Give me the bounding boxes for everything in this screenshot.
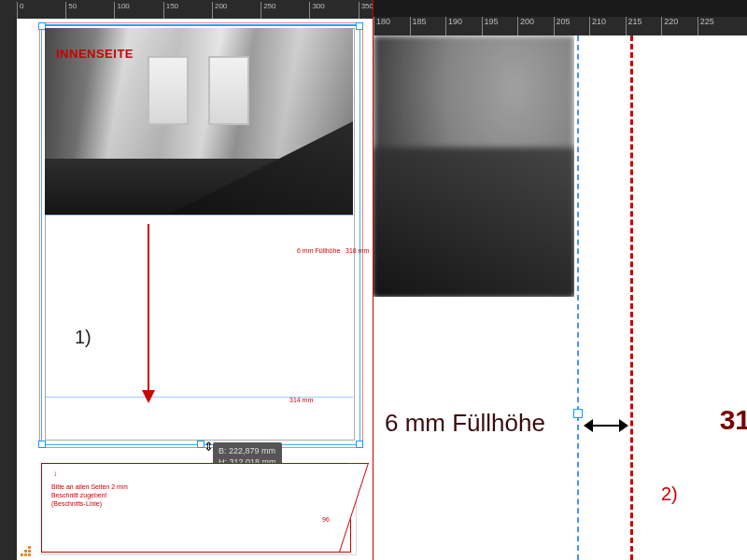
ruler-tick: 215 <box>626 17 659 35</box>
ruler-tick: 200 <box>212 2 259 19</box>
innenseite-label: INNENSEITE <box>56 47 134 61</box>
app-corner-icon <box>19 545 32 558</box>
right-ruler-horizontal[interactable]: 180 185 190 195 200 205 210 215 220 225 … <box>374 17 747 35</box>
dieline-arrow-icon: ↓ <box>53 469 57 478</box>
dieline-note-line: (Beschnitts-Linie) <box>51 499 128 508</box>
dieline-note-line: Beschnitt zugeben! <box>51 491 128 499</box>
left-ruler-vertical[interactable] <box>0 19 17 560</box>
annotation-marker-1: 1) <box>75 327 92 348</box>
image-content <box>374 147 574 297</box>
right-titlebar <box>374 0 747 17</box>
image-content <box>148 56 189 125</box>
placed-image[interactable]: INNENSEITE <box>45 28 353 215</box>
dieline-note-line: Bitte an allen Seiten 2 mm <box>51 483 128 491</box>
dieline-sheet: ↓ Bitte an allen Seiten 2 mm Beschnitt z… <box>41 463 351 553</box>
right-canvas[interactable]: 6 mm Füllhöhe 31 2) <box>374 35 747 560</box>
ruler-tick: 210 <box>589 17 623 35</box>
placed-image-zoom[interactable] <box>374 35 574 297</box>
cut-number-31: 31 <box>720 404 747 436</box>
annotation-arrow-down <box>148 224 149 401</box>
right-zoom-panel: 180 185 190 195 200 205 210 215 220 225 … <box>374 0 747 560</box>
left-editor-view: 0 50 100 150 200 250 300 350 INNENSEITE <box>0 0 374 560</box>
page-edge-guide[interactable] <box>577 35 579 560</box>
ruler-tick: 205 <box>554 17 587 35</box>
ruler-tick: 185 <box>410 17 444 35</box>
dimension-width: B: 222,879 mm <box>218 445 276 456</box>
ruler-tick: 200 <box>517 17 551 35</box>
ruler-tick: 180 <box>374 17 407 35</box>
resize-handle[interactable] <box>573 409 583 418</box>
ruler-tick: 300 <box>309 2 356 19</box>
ruler-tick: 250 <box>261 2 307 19</box>
fillhoehe-annotation: 6 mm Füllhöhe <box>297 247 340 254</box>
ruler-tick: 350 <box>359 2 374 19</box>
dieline-note: Bitte an allen Seiten 2 mm Beschnitt zug… <box>51 483 128 508</box>
ruler-tick: 225 <box>698 17 731 35</box>
annotation-marker-2: 2) <box>661 483 678 505</box>
left-canvas[interactable]: INNENSEITE 1) 6 mm Füllhöhe 318 mm 314 m… <box>17 19 374 560</box>
dieline-spread: ↓ Bitte an allen Seiten 2 mm Beschnitt z… <box>41 463 370 560</box>
ruler-tick: 150 <box>163 2 210 19</box>
measure-318: 318 mm <box>345 247 369 254</box>
resize-handle[interactable] <box>356 441 363 448</box>
ruler-tick: 0 <box>17 2 63 19</box>
resize-handle[interactable] <box>356 22 363 30</box>
resize-handle[interactable] <box>38 441 46 448</box>
measure-314: 314 mm <box>289 397 313 403</box>
left-ruler-horizontal[interactable]: 0 50 100 150 200 250 300 350 <box>17 2 374 19</box>
image-content <box>208 56 249 125</box>
bleed-guide[interactable] <box>630 35 633 560</box>
ruler-tick: 50 <box>65 2 112 19</box>
ruler-tick: 195 <box>482 17 515 35</box>
fillhoehe-label: 6 mm Füllhöhe <box>385 409 545 438</box>
ruler-tick: 100 <box>114 2 161 19</box>
double-arrow-icon <box>584 416 628 435</box>
guide-line[interactable] <box>45 215 353 216</box>
ruler-tick: 220 <box>661 17 695 35</box>
ruler-tick: 190 <box>445 17 479 35</box>
